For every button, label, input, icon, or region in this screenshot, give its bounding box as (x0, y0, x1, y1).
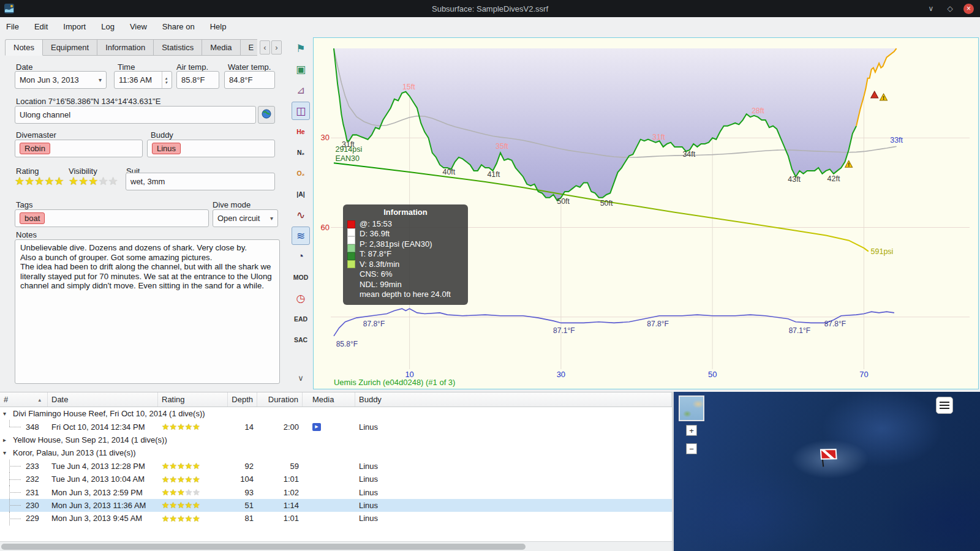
dive-row[interactable]: 232Tue Jun 4, 2013 10:04 AM★★★★★1041:01L… (0, 473, 672, 485)
column-header-rating[interactable]: Rating (158, 392, 228, 407)
buddy-tag[interactable]: Linus (152, 143, 181, 154)
column-header-num[interactable]: #▴ (0, 392, 48, 407)
trip-row[interactable]: ▸Yellow House, Sun Sep 21, 2014 (1 dive(… (0, 433, 672, 446)
trip-row[interactable]: ▾Divi Flamingo House Reef, Fri Oct 10, 2… (0, 407, 672, 420)
column-header-date[interactable]: Date (48, 392, 158, 407)
visibility-stars[interactable]: ★★★★★ (69, 176, 118, 187)
heartrate-icon[interactable]: ∿ (292, 206, 310, 224)
spin-down-icon[interactable]: ▾ (165, 80, 167, 84)
maximize-button[interactable]: ◇ (944, 3, 956, 14)
star-icon[interactable]: ★ (78, 176, 88, 187)
map-location-button[interactable] (258, 106, 275, 124)
air-temp-input[interactable]: 85.8°F (176, 71, 219, 89)
dive-mode-select[interactable]: Open circuit ▾ (213, 209, 278, 227)
star-icon[interactable]: ★ (55, 176, 64, 187)
dive-row[interactable]: 231Mon Jun 3, 2013 2:59 PM★★★★★931:02Lin… (0, 485, 672, 498)
svg-text:34ft: 34ft (682, 150, 695, 159)
tags-input[interactable]: boat (15, 209, 209, 227)
ruler-icon[interactable]: ⊿ (292, 81, 310, 99)
column-header-media[interactable]: Media (303, 392, 355, 407)
tab-information[interactable]: Information (97, 39, 154, 56)
menu-item-edit[interactable]: Edit (34, 22, 48, 31)
dive-number: 229 (26, 514, 39, 523)
tab-equipment[interactable]: Equipment (43, 39, 97, 56)
notes-textarea[interactable]: Unbelievable dive. Dozens and dozens of … (15, 239, 280, 384)
ink-icon[interactable]: ◔ (292, 247, 310, 266)
map-overview-inset[interactable] (679, 395, 704, 421)
expand-arrow-icon[interactable]: ▸ (3, 437, 11, 443)
tag-boat[interactable]: boat (20, 212, 45, 224)
oxygen-graph-icon[interactable]: O₂ (292, 164, 310, 182)
horizontal-scrollbar[interactable] (0, 541, 672, 551)
star-icon[interactable]: ★ (24, 176, 34, 187)
app-icon (4, 3, 15, 14)
trip-row[interactable]: ▾Koror, Palau, Jun 2013 (11 dive(s)) (0, 446, 672, 459)
tab-e[interactable]: E (241, 39, 257, 56)
tab-scroll-right-button[interactable]: › (271, 40, 282, 54)
menu-item-file[interactable]: File (6, 22, 19, 31)
date-select[interactable]: Mon Jun 3, 2013 ▾ (15, 71, 107, 89)
map[interactable]: + − (674, 392, 980, 551)
scrollbar-thumb[interactable] (1, 544, 526, 550)
star-icon[interactable]: ★ (34, 176, 44, 187)
dive-profile[interactable]: 31ft15ft40ft41ft35ft50ft50ft31ft34ft28ft… (313, 37, 979, 389)
star-icon[interactable]: ★ (44, 176, 54, 187)
close-button[interactable]: × (963, 4, 974, 14)
star-icon[interactable]: ★ (69, 176, 78, 187)
tissues-icon[interactable]: ≋ (292, 227, 310, 245)
star-icon[interactable]: ★ (108, 176, 118, 187)
dive-row[interactable]: 348Fri Oct 10, 2014 12:34 PM★★★★★142:00▶… (0, 420, 672, 433)
spin-up-icon[interactable]: ▴ (165, 76, 167, 80)
ndl-clock-icon[interactable]: ◷ (292, 289, 310, 307)
menu-item-log[interactable]: Log (101, 22, 115, 31)
menu-item-help[interactable]: Help (210, 22, 227, 31)
location-input[interactable]: Ulong channel (15, 106, 256, 124)
menu-item-view[interactable]: View (130, 22, 147, 31)
water-temp-input[interactable]: 84.8°F (224, 71, 275, 89)
media-icon[interactable]: ▶ (312, 423, 321, 431)
sac-icon[interactable]: SAC (292, 331, 310, 349)
collapse-arrow-icon[interactable]: ▾ (3, 449, 11, 456)
star-icon[interactable]: ★ (88, 176, 98, 187)
suit-input[interactable]: wet, 3mm (126, 173, 275, 190)
ead-icon[interactable]: EAD (292, 310, 310, 328)
dive-row[interactable]: 230Mon Jun 3, 2013 11:36 AM★★★★★511:14Li… (0, 499, 672, 512)
helium-graph-icon[interactable]: He (292, 122, 310, 141)
dive-rating: ★★★★★ (158, 499, 228, 512)
column-header-buddy[interactable]: Buddy (355, 392, 672, 407)
dive-mode-icon[interactable]: ⚑ (292, 39, 310, 58)
mod-icon[interactable]: MOD (292, 268, 310, 287)
star-icon: ★ (177, 422, 185, 431)
tab-media[interactable]: Media (202, 39, 240, 56)
buddy-input[interactable]: Linus (147, 140, 275, 157)
picture-heatmap-icon[interactable]: ◫ (292, 102, 310, 120)
minimize-button[interactable]: ∨ (925, 3, 937, 14)
zoom-out-button[interactable]: − (686, 443, 697, 454)
tab-statistics[interactable]: Statistics (154, 39, 202, 56)
photos-icon[interactable]: ▣ (292, 60, 310, 78)
menu-item-share-on[interactable]: Share on (162, 22, 195, 31)
column-header-depth[interactable]: Depth (228, 392, 257, 407)
menu-item-import[interactable]: Import (63, 22, 86, 31)
star-icon[interactable]: ★ (15, 176, 24, 187)
map-menu-button[interactable] (936, 397, 953, 414)
time-input[interactable]: 11:36 AM ▴▾ (114, 71, 172, 89)
dive-row[interactable]: 233Tue Jun 4, 2013 12:28 PM★★★★★9259Linu… (0, 460, 672, 473)
column-header-duration[interactable]: Duration (257, 392, 303, 407)
toolbar-scroll-down-button[interactable]: ∨ (292, 369, 310, 387)
dive-row[interactable]: 229Mon Jun 3, 2013 9:45 AM★★★★★811:01Lin… (0, 512, 672, 525)
star-icon[interactable]: ★ (98, 176, 108, 187)
ceiling-icon[interactable]: |A| (292, 185, 310, 203)
tab-notes[interactable]: Notes (5, 39, 43, 56)
time-spinner[interactable]: ▴▾ (162, 72, 167, 88)
divemaster-tag[interactable]: Robin (20, 143, 50, 154)
collapse-arrow-icon[interactable]: ▾ (3, 410, 11, 417)
zoom-in-button[interactable]: + (686, 425, 697, 436)
rating-stars[interactable]: ★★★★★ (15, 176, 64, 187)
tab-scroll-left-button[interactable]: ‹ (260, 40, 270, 54)
divemaster-input[interactable]: Robin (15, 140, 143, 157)
dive-date: Mon Jun 3, 2013 11:36 AM (48, 499, 158, 512)
nitrogen-graph-icon[interactable]: N₂ (292, 143, 310, 162)
dive-flag-marker[interactable] (813, 443, 842, 469)
star-icon: ★ (192, 475, 200, 484)
